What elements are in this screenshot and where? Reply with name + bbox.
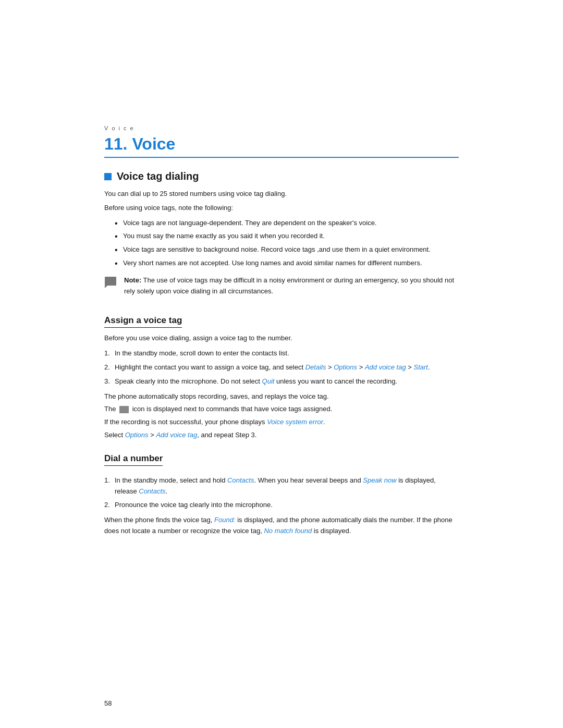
assign-voice-tag-title: Assign a voice tag xyxy=(104,315,182,328)
dial-number-section: Dial a number xyxy=(104,443,459,471)
assign-info1: The phone automatically stops recording,… xyxy=(104,391,459,402)
dial-step1-contacts-link1: Contacts xyxy=(227,476,254,484)
voice-tag-bullets: Voice tags are not language-dependent. T… xyxy=(115,218,459,269)
svg-marker-1 xyxy=(105,286,107,288)
bullet-item: You must say the name exactly as you sai… xyxy=(115,231,459,242)
assign-voice-tag-section: Assign a voice tag xyxy=(104,305,459,333)
assign-step2-plain: Highlight the contact you want to assign… xyxy=(115,363,305,371)
assign-info2: The icon is displayed next to commands t… xyxy=(104,404,459,415)
voice-tag-dialing-title: Voice tag dialing xyxy=(117,170,199,182)
dial-step-2: Pronounce the voice tag clearly into the… xyxy=(104,500,459,511)
dial-info-nomatch-link: No match found xyxy=(264,527,312,535)
note-icon xyxy=(104,276,119,289)
svg-rect-0 xyxy=(105,277,116,286)
assign-step3-plain: Speak clearly into the microphone. Do no… xyxy=(115,377,262,385)
dial-step1-plain1: In the standby mode, select and hold xyxy=(115,476,227,484)
content-area: V o i c e 11. Voice Voice tag dialing Yo… xyxy=(104,0,459,581)
assign-step-2: Highlight the contact you want to assign… xyxy=(104,362,459,373)
assign-info4-gt: > xyxy=(149,431,156,439)
bullet-item: Voice tags are sensitive to background n… xyxy=(115,244,459,255)
assign-intro: Before you use voice dialing, assign a v… xyxy=(104,333,459,344)
note-label: Note: xyxy=(124,276,141,284)
assign-step2-gt2: > xyxy=(357,363,365,371)
dial-info-plain1: When the phone finds the voice tag, xyxy=(104,516,214,524)
heading-square-icon xyxy=(104,173,112,180)
assign-info4: Select Options > Add voice tag, and repe… xyxy=(104,430,459,441)
assign-step3-end: unless you want to cancel the recording. xyxy=(274,377,397,385)
chapter-title: 11. Voice xyxy=(104,134,459,158)
assign-info3-end: . xyxy=(323,418,325,426)
dial-step-1: In the standby mode, select and hold Con… xyxy=(104,475,459,497)
assign-step2-gt3: > xyxy=(406,363,414,371)
dial-step1-contacts-link2: Contacts xyxy=(139,487,165,495)
voice-tag-intro2: Before using voice tags, note the follow… xyxy=(104,203,459,214)
assign-info4-options-link: Options xyxy=(125,431,149,439)
assign-step2-details-link: Details xyxy=(305,363,326,371)
assign-info3-link: Voice system error xyxy=(267,418,323,426)
assign-info4-addvoicetag-link: Add voice tag xyxy=(156,431,197,439)
note-box: Note: The use of voice tags may be diffi… xyxy=(104,275,459,297)
assign-info3: If the recording is not successful, your… xyxy=(104,417,459,428)
assign-step2-end: . xyxy=(428,363,430,371)
assign-step2-gt1: > xyxy=(326,363,334,371)
voice-tag-icon xyxy=(119,406,129,413)
assign-info3-pre: If the recording is not successful, your… xyxy=(104,418,267,426)
dial-step1-plain2: . When you hear several beeps and xyxy=(254,476,363,484)
note-text: Note: The use of voice tags may be diffi… xyxy=(124,275,459,297)
bullet-item: Very short names are not accepted. Use l… xyxy=(115,258,459,269)
voice-tag-dialing-heading: Voice tag dialing xyxy=(104,170,459,182)
assign-step-3: Speak clearly into the microphone. Do no… xyxy=(104,376,459,387)
dial-number-title: Dial a number xyxy=(104,453,163,466)
note-body: The use of voice tags may be difficult i… xyxy=(124,276,454,295)
assign-steps: In the standby mode, scroll down to ente… xyxy=(104,348,459,387)
dial-info: When the phone finds the voice tag, Foun… xyxy=(104,515,459,537)
page: V o i c e 11. Voice Voice tag dialing Yo… xyxy=(0,0,563,728)
bullet-item: Voice tags are not language-dependent. T… xyxy=(115,218,459,229)
assign-step3-quit-link: Quit xyxy=(262,377,275,385)
assign-step2-start-link: Start xyxy=(414,363,428,371)
assign-info4-end: , and repeat Step 3. xyxy=(197,431,256,439)
dial-step1-plain4: . xyxy=(166,487,168,495)
dial-info-plain3: is displayed. xyxy=(312,527,351,535)
assign-info2-pre: The xyxy=(104,405,116,413)
voice-tag-intro1: You can dial up to 25 stored numbers usi… xyxy=(104,189,459,200)
dial-steps: In the standby mode, select and hold Con… xyxy=(104,475,459,511)
assign-info2-post: icon is displayed next to commands that … xyxy=(132,405,333,413)
assign-step2-options-link: Options xyxy=(334,363,357,371)
assign-info4-pre: Select xyxy=(104,431,125,439)
assign-step-1: In the standby mode, scroll down to ente… xyxy=(104,348,459,359)
dial-step1-speaknow-link: Speak now xyxy=(363,476,396,484)
section-label: V o i c e xyxy=(104,125,459,131)
dial-info-found-link: Found: xyxy=(214,516,235,524)
page-number: 58 xyxy=(104,699,112,707)
assign-step2-addvoicetag-link: Add voice tag xyxy=(365,363,406,371)
